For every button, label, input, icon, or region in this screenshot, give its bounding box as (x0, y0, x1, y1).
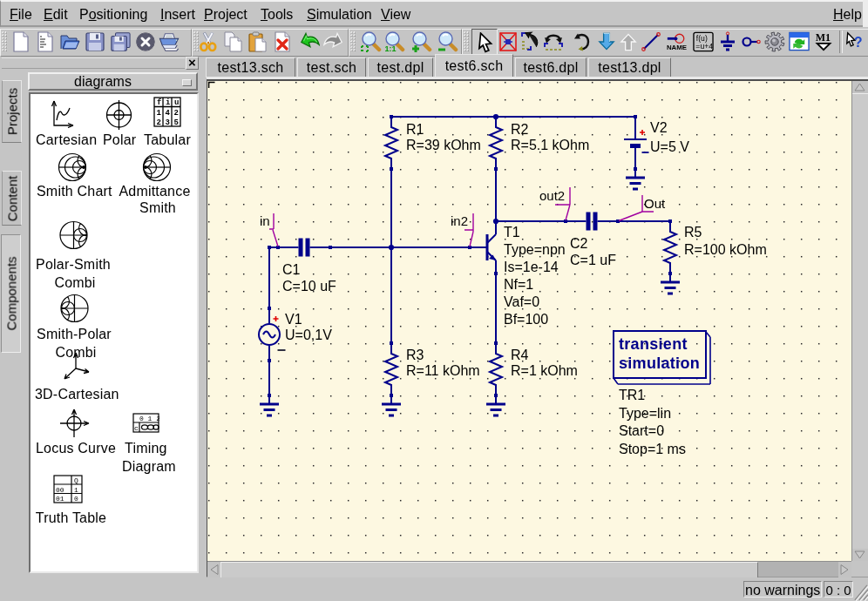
svg-text:1: 1 (74, 486, 78, 494)
svg-text:R2: R2 (511, 122, 529, 137)
svg-text:Type=lin: Type=lin (619, 406, 671, 421)
svg-text:R=1 kOhm: R=1 kOhm (511, 363, 578, 378)
svg-text:T1: T1 (504, 225, 520, 240)
svg-text:C=10 uF: C=10 uF (282, 279, 336, 294)
svg-text:V2: V2 (650, 120, 668, 135)
svg-text:Q: Q (74, 476, 78, 484)
svg-text:2: 2 (174, 109, 179, 118)
svg-text:1: 1 (157, 109, 162, 118)
svg-text:Vaf=0: Vaf=0 (504, 294, 539, 309)
svg-text:simulation: simulation (619, 355, 700, 372)
svg-text:R=39 kOhm: R=39 kOhm (406, 138, 481, 152)
svg-text:R=100 kOhm: R=100 kOhm (684, 242, 767, 257)
svg-text:Start=0: Start=0 (619, 423, 664, 438)
svg-text:C=1 uF: C=1 uF (570, 253, 616, 267)
svg-text:0: 0 (74, 495, 78, 503)
svg-text:C1: C1 (282, 262, 301, 277)
svg-text:NAME: NAME (667, 44, 687, 51)
svg-text:Bf=100: Bf=100 (504, 312, 548, 327)
svg-text:0 1 2: 0 1 2 (139, 415, 159, 422)
svg-text:4: 4 (166, 109, 171, 118)
svg-text:in2: in2 (451, 213, 468, 228)
svg-text:u: u (174, 98, 179, 107)
svg-text:U=0,1V: U=0,1V (285, 328, 332, 342)
svg-text:00: 00 (56, 486, 64, 494)
svg-text:R=5.1 kOhm: R=5.1 kOhm (511, 138, 589, 152)
svg-text:Stop=1 ms: Stop=1 ms (619, 442, 686, 456)
svg-text:R5: R5 (684, 225, 702, 240)
svg-text:Nf=1: Nf=1 (504, 277, 533, 292)
svg-text:R3: R3 (406, 348, 424, 362)
svg-text:f: f (157, 98, 161, 107)
svg-text:01: 01 (56, 495, 64, 503)
svg-text:?: ? (854, 35, 863, 50)
svg-text:=u+4: =u+4 (695, 42, 713, 51)
svg-text:TR1: TR1 (619, 388, 645, 402)
svg-text:transient: transient (619, 335, 688, 353)
svg-text:2: 2 (157, 118, 161, 127)
svg-text:C2: C2 (570, 236, 588, 251)
svg-text:M1: M1 (816, 31, 831, 44)
svg-text:c: c (134, 424, 139, 432)
svg-text:R1: R1 (406, 122, 424, 137)
svg-text:i: i (166, 98, 171, 107)
svg-text:V1: V1 (285, 312, 302, 327)
svg-text:Type=npn: Type=npn (504, 242, 566, 257)
svg-text:in: in (260, 213, 270, 228)
svg-text:out2: out2 (539, 188, 565, 203)
svg-text:3: 3 (166, 118, 170, 127)
svg-text:5: 5 (174, 118, 179, 127)
svg-text:U=5 V: U=5 V (650, 139, 689, 154)
svg-text:1:1: 1:1 (385, 44, 397, 52)
svg-text:R=11 kOhm: R=11 kOhm (406, 363, 480, 378)
svg-text:Out: Out (644, 196, 666, 211)
svg-text:Is=1e-14: Is=1e-14 (504, 260, 559, 274)
svg-text:R4: R4 (511, 348, 529, 362)
